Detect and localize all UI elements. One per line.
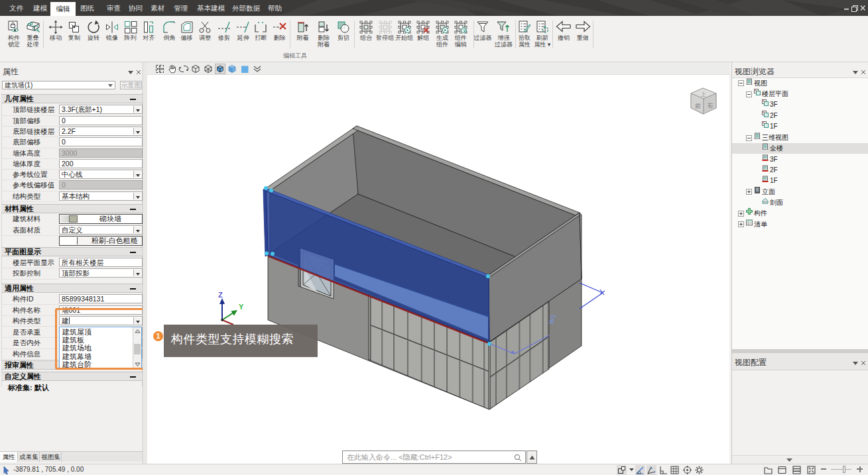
svg-text:Y: Y	[239, 303, 244, 311]
svg-text:前: 前	[695, 103, 701, 109]
svg-text:上: 上	[700, 91, 706, 97]
svg-text:右: 右	[707, 102, 713, 109]
svg-text:Z: Z	[218, 291, 223, 299]
